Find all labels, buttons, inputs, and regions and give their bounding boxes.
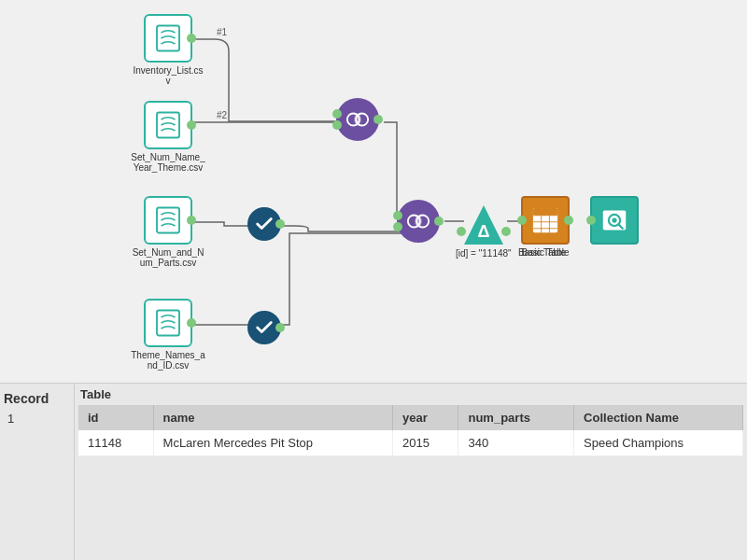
cell-numparts: 340 <box>458 430 574 456</box>
port-join1-out[interactable] <box>374 115 383 124</box>
node-check-setnumparts[interactable] <box>247 207 281 241</box>
port-formula-out[interactable] <box>501 227 511 236</box>
node-setnumname[interactable]: Set_Num_Name_Year_Theme.csv <box>131 101 205 173</box>
table-row: 11148 McLaren Mercedes Pit Stop 2015 340… <box>78 430 743 456</box>
record-number: 1 <box>4 410 70 427</box>
col-id: id <box>78 405 153 430</box>
node-setnumparts-label: Set_Num_and_Num_Parts.csv <box>131 247 205 268</box>
svg-point-12 <box>415 216 421 228</box>
col-year: year <box>392 405 458 430</box>
port-join2-in2[interactable] <box>393 222 402 231</box>
basic-table-text: Basic Table <box>518 247 566 258</box>
port-browse-in[interactable] <box>586 216 596 225</box>
port-check-themenames-out[interactable] <box>275 323 285 332</box>
node-join2[interactable] <box>397 200 440 243</box>
port-join2-out[interactable] <box>434 217 444 226</box>
port-setnumparts-out[interactable] <box>187 216 196 225</box>
port-table-in[interactable] <box>517 216 527 225</box>
port-inventory-out[interactable] <box>187 34 196 43</box>
port-join1-in2[interactable] <box>332 120 342 130</box>
bottom-panel: Record 1 Table id name year num_parts Co… <box>0 383 747 560</box>
record-panel: Record 1 <box>0 384 75 560</box>
col-numparts: num_parts <box>458 405 574 430</box>
svg-rect-5 <box>157 208 179 233</box>
svg-text:#2: #2 <box>217 110 228 120</box>
table-section-label: Table <box>78 387 743 401</box>
cell-collection: Speed Champions <box>574 430 743 456</box>
node-join1[interactable] <box>336 98 379 141</box>
table-header-row: id name year num_parts Collection Name <box>78 405 743 430</box>
port-join2-in1[interactable] <box>393 211 402 220</box>
col-collection: Collection Name <box>574 405 743 430</box>
svg-rect-3 <box>157 26 179 51</box>
svg-text:Δ: Δ <box>477 222 489 241</box>
svg-rect-16 <box>533 208 557 216</box>
svg-rect-6 <box>157 311 179 336</box>
node-check-themenames[interactable] <box>247 311 281 344</box>
svg-rect-4 <box>157 113 179 138</box>
port-table-out[interactable] <box>564 216 573 225</box>
data-table: id name year num_parts Collection Name 1… <box>78 405 743 456</box>
port-setnumname-out[interactable] <box>187 120 196 130</box>
node-browse[interactable] <box>590 196 639 245</box>
node-inventory[interactable]: Inventory_List.csv <box>131 14 205 86</box>
node-setnumparts[interactable]: Set_Num_and_Num_Parts.csv <box>131 196 205 268</box>
node-themenames-label: Theme_Names_and_ID.csv <box>131 350 205 371</box>
node-themenames[interactable]: Theme_Names_and_ID.csv <box>131 299 205 371</box>
filter-condition-label: [id] = "11148" <box>456 248 512 259</box>
node-formula[interactable]: Δ [id] = "11148" <box>456 203 512 259</box>
port-join1-in1[interactable] <box>332 109 342 119</box>
canvas-area: #1 #2 #3 Inventory_List <box>0 0 747 383</box>
cell-id: 11148 <box>78 430 153 456</box>
table-panel: Table id name year num_parts Collection … <box>75 384 747 560</box>
svg-point-9 <box>354 114 360 126</box>
port-formula-in[interactable] <box>457 227 466 236</box>
node-inventory-label: Inventory_List.csv <box>131 65 205 86</box>
svg-point-24 <box>612 217 616 222</box>
record-header: Record <box>4 391 70 406</box>
col-name: name <box>153 405 392 430</box>
cell-name: McLaren Mercedes Pit Stop <box>153 430 392 456</box>
node-setnumname-label: Set_Num_Name_Year_Theme.csv <box>131 152 205 173</box>
connections-svg: #1 #2 #3 <box>0 0 747 383</box>
port-check-setnumparts-out[interactable] <box>275 219 285 229</box>
svg-text:#1: #1 <box>217 27 228 37</box>
cell-year: 2015 <box>392 430 458 456</box>
port-themenames-out[interactable] <box>187 318 196 328</box>
